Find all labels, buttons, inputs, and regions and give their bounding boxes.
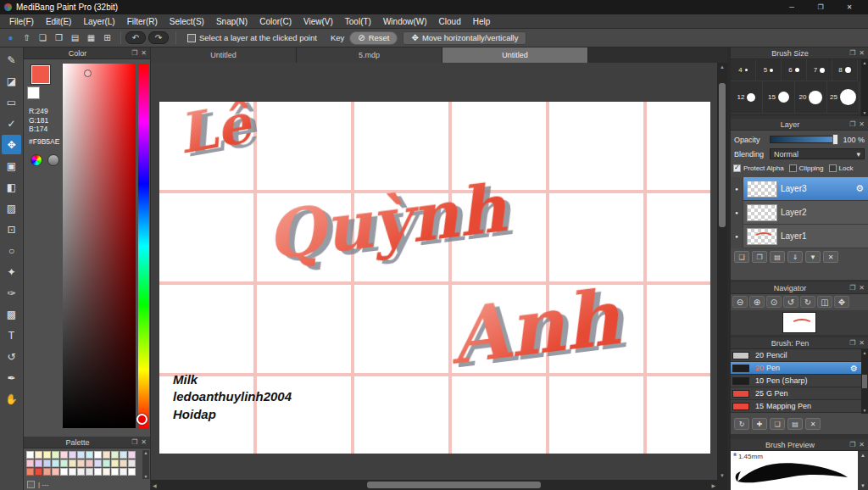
- palette-swatch[interactable]: [94, 451, 102, 459]
- gear-icon[interactable]: ⚙: [850, 364, 858, 373]
- palette-swatch[interactable]: [111, 459, 119, 467]
- gear-icon[interactable]: ⚙: [855, 183, 864, 194]
- select-layer-checkbox[interactable]: [187, 34, 196, 42]
- lasso-tool-icon[interactable]: ○: [2, 241, 21, 260]
- popout-icon[interactable]: ❐: [849, 120, 855, 128]
- menu-item[interactable]: Window(W): [377, 17, 433, 26]
- close-icon[interactable]: ✕: [141, 49, 147, 57]
- fit-view-icon[interactable]: ✥: [834, 296, 849, 308]
- palette-swatch[interactable]: [103, 468, 110, 476]
- popout-icon[interactable]: ❐: [849, 49, 855, 57]
- brush-scroll-thumb[interactable]: [862, 375, 867, 388]
- brush-size-option[interactable]: 20: [795, 81, 827, 114]
- select-rect-tool-icon[interactable]: ⊡: [2, 220, 21, 239]
- palette-swatch[interactable]: [43, 451, 51, 459]
- palette-swatch[interactable]: [77, 451, 85, 459]
- palette-scrollbar[interactable]: ▲ ▼: [142, 450, 149, 479]
- brush-size-option[interactable]: 7: [807, 59, 832, 81]
- zoom-in-icon[interactable]: ⊕: [749, 296, 765, 308]
- canvas-horizontal-scrollbar[interactable]: ◀ ▶: [151, 480, 717, 490]
- palette-swatch[interactable]: [26, 468, 34, 476]
- blending-dropdown[interactable]: Normal ▾: [770, 148, 865, 159]
- palette-swatch[interactable]: [94, 459, 102, 467]
- save-icon[interactable]: ⇧: [19, 31, 34, 45]
- layer-folder-icon[interactable]: ▤: [770, 251, 785, 263]
- menu-item[interactable]: Edit(E): [40, 17, 78, 26]
- merge-layer-icon[interactable]: ▼: [805, 251, 821, 263]
- palette-swatch[interactable]: [60, 451, 68, 459]
- scroll-down-icon[interactable]: ▼: [144, 474, 148, 479]
- palette-swatch[interactable]: [103, 459, 110, 467]
- brush-size-option[interactable]: 6: [782, 59, 807, 81]
- main-color-icon[interactable]: ●: [3, 31, 18, 45]
- undo-button[interactable]: ↶: [125, 31, 146, 44]
- palette-swatch[interactable]: [43, 459, 51, 467]
- close-icon[interactable]: ✕: [141, 438, 147, 446]
- vertical-scroll-thumb[interactable]: [719, 83, 726, 227]
- palette-swatch[interactable]: [128, 451, 136, 459]
- canvas-page[interactable]: Lê Quỳnh Anh Milk ledoanthuylinh2004 Hoi…: [159, 102, 710, 454]
- brush-settings-icon[interactable]: ▤: [787, 418, 803, 430]
- navigator-thumbnail[interactable]: [782, 312, 816, 333]
- sv-cursor[interactable]: [84, 70, 92, 77]
- palette-swatch[interactable]: [69, 459, 76, 467]
- palette-swatch[interactable]: [111, 451, 119, 459]
- scroll-up-icon[interactable]: ▲: [863, 350, 867, 355]
- brush-row[interactable]: 25 G Pen ⚙: [731, 387, 861, 400]
- brush-folder-icon[interactable]: ❏: [770, 418, 785, 430]
- palette-swatch[interactable]: [120, 451, 127, 459]
- document-tab[interactable]: Untitled: [442, 47, 588, 63]
- brush-scrollbar[interactable]: ▲ ▼: [861, 349, 868, 414]
- palette-swatch[interactable]: [120, 459, 127, 467]
- scroll-right-icon[interactable]: ▶: [711, 482, 715, 488]
- brush-size-scrollbar[interactable]: ▲ ▼: [861, 59, 868, 116]
- text-tool-icon[interactable]: T: [2, 326, 21, 345]
- scroll-down-icon[interactable]: ▼: [720, 473, 725, 478]
- canvas-viewport[interactable]: Lê Quỳnh Anh Milk ledoanthuylinh2004 Hoi…: [151, 63, 717, 480]
- document-tab[interactable]: Untitled: [151, 47, 297, 63]
- layer-row[interactable]: ● Layer3 ⚙: [731, 177, 868, 201]
- zoom-reset-icon[interactable]: ⊙: [766, 296, 782, 308]
- menu-item[interactable]: File(F): [3, 17, 40, 26]
- scroll-up-icon[interactable]: ▲: [144, 450, 148, 455]
- horizontal-scroll-thumb[interactable]: [367, 482, 541, 488]
- pen-tool-icon[interactable]: ✎: [2, 50, 21, 70]
- palette-swatch[interactable]: [52, 451, 59, 459]
- close-button[interactable]: ✕: [835, 0, 864, 14]
- palette-swatch[interactable]: [60, 468, 68, 476]
- menu-item[interactable]: Snap(N): [210, 17, 253, 26]
- delete-layer-icon[interactable]: ✕: [823, 251, 838, 263]
- stamp-tool-icon[interactable]: ▩: [2, 304, 21, 324]
- scroll-down-icon[interactable]: ▼: [863, 408, 867, 413]
- material-icon[interactable]: ▦: [84, 31, 98, 45]
- brush-row[interactable]: 20 Pencil ⚙: [731, 349, 861, 362]
- layer-row[interactable]: ● Layer2 ⚙: [731, 201, 868, 225]
- palette-swatch[interactable]: [128, 468, 136, 476]
- grid-icon[interactable]: ▤: [68, 31, 82, 45]
- layer-option-checkbox[interactable]: [733, 164, 741, 172]
- transfer-layer-icon[interactable]: ⇓: [787, 251, 803, 263]
- brush-row[interactable]: 20 Pen ⚙: [731, 362, 861, 375]
- menu-item[interactable]: Help: [467, 17, 497, 26]
- palette-swatch[interactable]: [103, 451, 110, 459]
- scroll-up-icon[interactable]: ▲: [860, 453, 865, 458]
- auto-select-tool-icon[interactable]: ✓: [2, 114, 21, 133]
- palette-swatch[interactable]: [77, 459, 85, 467]
- brush-size-option[interactable]: 12: [731, 81, 763, 114]
- popout-icon[interactable]: ❐: [131, 49, 137, 57]
- rotate-left-icon[interactable]: ↺: [783, 296, 798, 308]
- document-tab[interactable]: 5.mdp: [297, 47, 442, 63]
- new-layer-icon[interactable]: ❏: [734, 251, 749, 263]
- palette-swatch[interactable]: [86, 459, 93, 467]
- palette-swatch[interactable]: [35, 468, 42, 476]
- flip-icon[interactable]: ◫: [817, 296, 832, 308]
- color-sliders-icon[interactable]: [47, 154, 59, 166]
- layer-visibility-icon[interactable]: ●: [731, 177, 743, 201]
- select-tool-icon[interactable]: ▭: [2, 92, 21, 112]
- palette-swatch[interactable]: [77, 468, 85, 476]
- saturation-value-picker[interactable]: [63, 64, 136, 428]
- background-color-swatch[interactable]: [27, 86, 40, 99]
- palette-swatch[interactable]: [86, 468, 93, 476]
- eyedropper-tool-icon[interactable]: ✒: [2, 368, 21, 387]
- preview-scrollbar[interactable]: ▲ ▼: [858, 451, 868, 490]
